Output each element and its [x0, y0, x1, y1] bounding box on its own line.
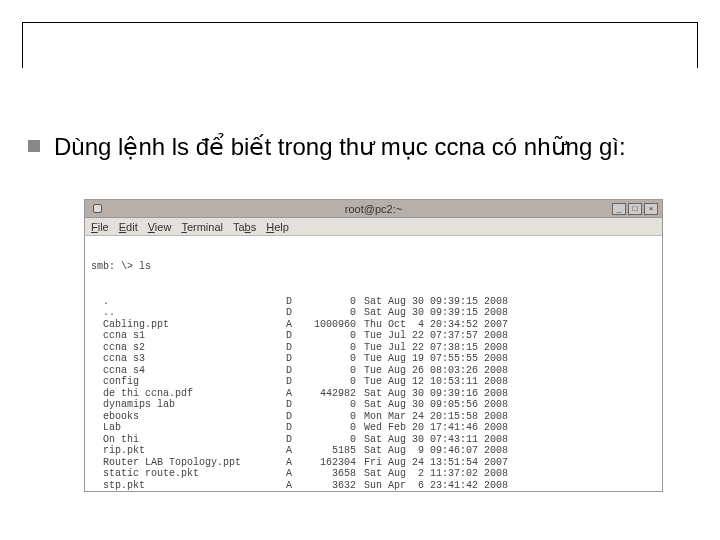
- listing-row: de thi ccna.pdfA442982Sat Aug 30 09:39:1…: [91, 388, 656, 400]
- bullet-square-icon: [28, 140, 40, 152]
- menu-help[interactable]: Help: [266, 221, 289, 233]
- menu-tabs[interactable]: Tabs: [233, 221, 256, 233]
- terminal-output: smb: \> ls .D0Sat Aug 30 09:39:15 2008 .…: [85, 236, 662, 492]
- listing-row: On thiD0Sat Aug 30 07:43:11 2008: [91, 434, 656, 446]
- listing-row: static route.pktA3658Sat Aug 2 11:37:02 …: [91, 468, 656, 480]
- menu-file[interactable]: File: [91, 221, 109, 233]
- listing-row: ccna s1D0Tue Jul 22 07:37:57 2008: [91, 330, 656, 342]
- listing-row: ToolD0Sat Aug 2 07:56:12 2008: [91, 491, 656, 492]
- terminal-window: root@pc2:~ _ □ × File Edit View Terminal…: [84, 199, 663, 492]
- window-title: root@pc2:~: [345, 203, 402, 215]
- menu-terminal[interactable]: Terminal: [181, 221, 223, 233]
- command-line: smb: \> ls: [91, 261, 656, 273]
- minimize-button[interactable]: _: [612, 203, 626, 215]
- close-button[interactable]: ×: [644, 203, 658, 215]
- bullet-item: Dùng lệnh ls để biết trong thư mục ccna …: [28, 132, 693, 162]
- listing-row: stp.pktA3632Sun Apr 6 23:41:42 2008: [91, 480, 656, 492]
- app-icon: [93, 204, 102, 213]
- listing-row: Router LAB Topology.pptA162304Fri Aug 24…: [91, 457, 656, 469]
- listing-row: Cabling.pptA1000960Thu Oct 4 20:34:52 20…: [91, 319, 656, 331]
- slide-title-frame: [22, 22, 698, 68]
- listing-row: configD0Tue Aug 12 10:53:11 2008: [91, 376, 656, 388]
- listing-row: LabD0Wed Feb 20 17:41:46 2008: [91, 422, 656, 434]
- menu-edit[interactable]: Edit: [119, 221, 138, 233]
- listing-row: ..D0Sat Aug 30 09:39:15 2008: [91, 307, 656, 319]
- maximize-button[interactable]: □: [628, 203, 642, 215]
- listing-row: dynamips labD0Sat Aug 30 09:05:56 2008: [91, 399, 656, 411]
- bullet-text: Dùng lệnh ls để biết trong thư mục ccna …: [54, 132, 626, 162]
- listing-row: ccna s2D0Tue Jul 22 07:38:15 2008: [91, 342, 656, 354]
- menu-view[interactable]: View: [148, 221, 172, 233]
- listing-row: ebooksD0Mon Mar 24 20:15:58 2008: [91, 411, 656, 423]
- menu-bar: File Edit View Terminal Tabs Help: [85, 218, 662, 236]
- listing-row: ccna s4D0Tue Aug 26 08:03:26 2008: [91, 365, 656, 377]
- title-bar: root@pc2:~ _ □ ×: [85, 200, 662, 218]
- listing-row: .D0Sat Aug 30 09:39:15 2008: [91, 296, 656, 308]
- listing-row: ccna s3D0Tue Aug 19 07:55:55 2008: [91, 353, 656, 365]
- listing-row: rip.pktA5185Sat Aug 9 09:46:07 2008: [91, 445, 656, 457]
